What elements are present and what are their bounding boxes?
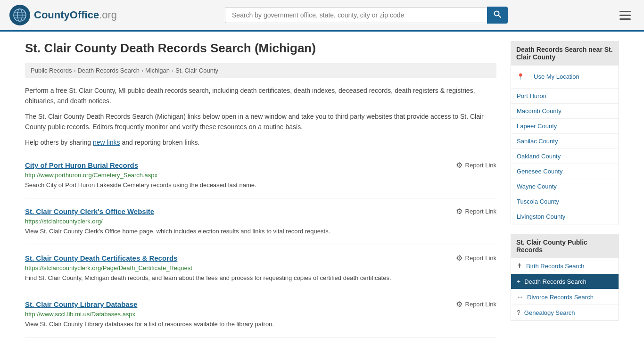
sidebar: Death Records Search near St. Clair Coun… — [511, 41, 619, 338]
nearby-link-3[interactable]: Sanilac County — [511, 134, 619, 148]
hamburger-icon — [619, 11, 631, 20]
result-item: St. Clair County Library Database ⚙ Repo… — [25, 291, 496, 338]
sidebar-public-records-section: St. Clair County Public Records ✝ Birth … — [511, 234, 619, 321]
description-3-pre: Help others by sharing — [25, 139, 93, 146]
results-container: City of Port Huron Burial Records ⚙ Repo… — [25, 152, 496, 338]
sidebar-use-location[interactable]: 📍 Use My Location — [511, 66, 619, 89]
result-header: St. Clair County Death Certificates & Re… — [25, 254, 496, 263]
report-label-1: Report Link — [465, 208, 496, 215]
record-label-2: Divorce Records Search — [527, 294, 594, 301]
breadcrumb-current: St. Clair County — [175, 67, 218, 74]
report-icon-1: ⚙ — [456, 207, 462, 216]
sidebar-nearby-item-0[interactable]: Port Huron — [511, 89, 619, 104]
result-title-0[interactable]: City of Port Huron Burial Records — [25, 161, 138, 169]
record-label-0: Birth Records Search — [526, 263, 585, 270]
report-link-2[interactable]: ⚙ Report Link — [456, 254, 496, 263]
report-label-2: Report Link — [465, 255, 496, 262]
sidebar-nearby-item-6[interactable]: Wayne County — [511, 179, 619, 194]
result-item: City of Port Huron Burial Records ⚙ Repo… — [25, 152, 496, 199]
result-desc-0: Search City of Port Huron Lakeside Cemet… — [25, 181, 496, 190]
main-container: St. Clair County Death Records Search (M… — [16, 32, 628, 347]
result-title-3[interactable]: St. Clair County Library Database — [25, 300, 137, 308]
breadcrumb-sep-2: › — [141, 67, 143, 74]
hamburger-menu-button[interactable] — [616, 9, 635, 22]
rec-icon-2: ↔ — [517, 293, 523, 301]
sidebar-record-item-3[interactable]: ? Genealogy Search — [511, 305, 619, 320]
record-label-1: Death Records Search — [524, 278, 586, 285]
nearby-link-1[interactable]: Macomb County — [511, 104, 619, 118]
logo-text: CountyOffice.org — [34, 9, 117, 21]
result-url-0[interactable]: http://www.porthuron.org/Cemetery_Search… — [25, 172, 496, 179]
sidebar-nearby-list: 📍 Use My Location Port HuronMacomb Count… — [511, 66, 619, 224]
nearby-link-2[interactable]: Lapeer County — [511, 119, 619, 133]
breadcrumb-death-records[interactable]: Death Records Search — [77, 67, 140, 74]
result-url-3[interactable]: http://www.sccl.lib.mi.us/Databases.aspx — [25, 311, 496, 318]
sidebar-nearby-item-1[interactable]: Macomb County — [511, 104, 619, 119]
breadcrumb-michigan[interactable]: Michigan — [145, 67, 170, 74]
use-location-link[interactable]: Use My Location — [528, 69, 585, 84]
result-desc-1: View St. Clair County Clerk's Office hom… — [25, 227, 496, 236]
main-content: St. Clair County Death Records Search (M… — [25, 41, 496, 338]
nearby-link-4[interactable]: Oakland County — [511, 149, 619, 164]
nearby-link-8[interactable]: Livingston County — [511, 209, 619, 224]
description-3: Help others by sharing new links and rep… — [25, 137, 496, 148]
report-link-3[interactable]: ⚙ Report Link — [456, 300, 496, 309]
report-link-0[interactable]: ⚙ Report Link — [456, 161, 496, 170]
breadcrumb-sep-1: › — [74, 67, 75, 74]
record-link-3[interactable]: ? Genealogy Search — [511, 305, 619, 320]
rec-icon-1: + — [517, 278, 520, 285]
report-icon-2: ⚙ — [456, 254, 462, 263]
record-link-0[interactable]: ✝ Birth Records Search — [511, 258, 619, 273]
sidebar-record-item-2[interactable]: ↔ Divorce Records Search — [511, 289, 619, 305]
svg-line-6 — [499, 16, 501, 18]
record-label-3: Genealogy Search — [524, 309, 575, 316]
search-area — [225, 7, 508, 24]
sidebar-nearby-item-8[interactable]: Livingston County — [511, 209, 619, 224]
report-link-1[interactable]: ⚙ Report Link — [456, 207, 496, 216]
report-icon-3: ⚙ — [456, 300, 462, 309]
nearby-link-7[interactable]: Tuscola County — [511, 194, 619, 209]
result-url-1[interactable]: https://stclaircountyclerk.org/ — [25, 218, 496, 225]
result-title-2[interactable]: St. Clair County Death Certificates & Re… — [25, 254, 177, 262]
result-title-1[interactable]: St. Clair County Clerk's Office Website — [25, 207, 154, 215]
page-title: St. Clair County Death Records Search (M… — [25, 41, 496, 56]
sidebar-nearby-item-5[interactable]: Genesee County — [511, 164, 619, 179]
breadcrumb: Public Records › Death Records Search › … — [25, 63, 496, 78]
result-header: City of Port Huron Burial Records ⚙ Repo… — [25, 161, 496, 170]
nearby-link-5[interactable]: Genesee County — [511, 164, 619, 179]
result-desc-2: Find St. Clair County, Michigan death re… — [25, 273, 496, 283]
result-header: St. Clair County Library Database ⚙ Repo… — [25, 300, 496, 309]
sidebar-record-item-1[interactable]: + Death Records Search — [511, 274, 619, 289]
sidebar-records-list: ✝ Birth Records Search + Death Records S… — [511, 258, 619, 321]
sidebar-nearby-item-7[interactable]: Tuscola County — [511, 194, 619, 209]
description-3-post: and reporting broken links. — [120, 139, 200, 146]
sidebar-nearby-item-4[interactable]: Oakland County — [511, 149, 619, 164]
rec-icon-3: ? — [517, 309, 520, 316]
result-item: St. Clair County Clerk's Office Website … — [25, 198, 496, 245]
result-header: St. Clair County Clerk's Office Website … — [25, 207, 496, 216]
logo-area: CountyOffice.org — [9, 5, 117, 25]
search-button[interactable] — [487, 7, 508, 24]
new-links-link[interactable]: new links — [93, 139, 120, 146]
description-1: Perform a free St. Clair County, MI publ… — [25, 85, 496, 107]
report-label-3: Report Link — [465, 301, 496, 308]
result-url-2[interactable]: https://stclaircountyclerk.org/Page/Deat… — [25, 264, 496, 272]
nearby-link-0[interactable]: Port Huron — [511, 89, 619, 103]
record-link-2[interactable]: ↔ Divorce Records Search — [511, 289, 619, 304]
logo-icon — [9, 5, 30, 25]
sidebar-public-records-header: St. Clair County Public Records — [511, 234, 619, 258]
sidebar-nearby-item-2[interactable]: Lapeer County — [511, 119, 619, 134]
result-desc-3: View St. Clair County Library databases … — [25, 320, 496, 329]
sidebar-nearby-header: Death Records Search near St. Clair Coun… — [511, 41, 619, 66]
breadcrumb-sep-3: › — [172, 67, 173, 74]
breadcrumb-public-records[interactable]: Public Records — [31, 67, 72, 74]
site-header: CountyOffice.org — [0, 0, 644, 32]
search-input[interactable] — [225, 7, 487, 23]
report-icon-0: ⚙ — [456, 161, 462, 170]
nearby-link-6[interactable]: Wayne County — [511, 179, 619, 194]
result-item: St. Clair County Death Certificates & Re… — [25, 245, 496, 292]
rec-icon-0: ✝ — [517, 262, 522, 270]
record-link-1[interactable]: + Death Records Search — [511, 274, 619, 289]
sidebar-record-item-0[interactable]: ✝ Birth Records Search — [511, 258, 619, 274]
sidebar-nearby-item-3[interactable]: Sanilac County — [511, 134, 619, 149]
